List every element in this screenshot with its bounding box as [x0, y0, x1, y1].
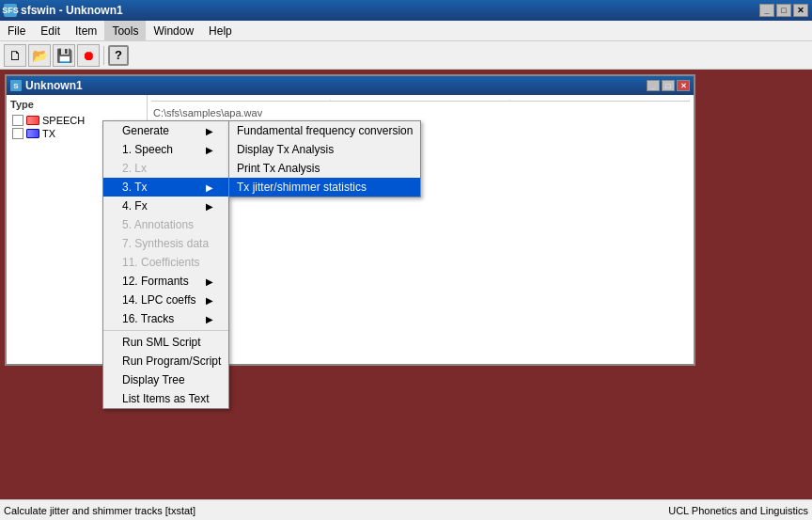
inner-window-title: Unknown1	[25, 79, 83, 92]
menu-help[interactable]: Help	[201, 21, 240, 41]
menu-item[interactable]: Item	[68, 21, 104, 41]
tools-formants[interactable]: 12. Formants ▶	[103, 272, 228, 291]
speech-arrow: ▶	[206, 145, 213, 155]
tx-icon	[26, 129, 39, 138]
tools-run-sml[interactable]: Run SML Script	[103, 333, 228, 352]
tools-tx[interactable]: 3. Tx ▶	[103, 178, 228, 197]
new-button[interactable]: 🗋	[4, 44, 26, 67]
tools-list-items[interactable]: List Items as Text	[103, 389, 228, 408]
tx-ff-conversion[interactable]: Fundamental frequency conversion	[229, 121, 420, 140]
tools-display-tree[interactable]: Display Tree	[103, 370, 228, 389]
speech-checkbox[interactable]	[12, 115, 23, 126]
tx-checkbox[interactable]	[12, 128, 23, 139]
col-2	[331, 99, 510, 101]
inner-maximize-button[interactable]: □	[662, 80, 675, 91]
tx-print-analysis[interactable]: Print Tx Analysis	[229, 159, 420, 178]
inner-title-controls: _ □ ✕	[647, 80, 690, 91]
inner-title-bar: S Unknown1 _ □ ✕	[7, 76, 694, 95]
title-bar-left: SFS sfswin - Unknown1	[4, 4, 123, 17]
file-path: C:\sfs\samples\apa.wav	[151, 105, 690, 120]
maximize-button[interactable]: □	[776, 4, 791, 17]
menu-file[interactable]: File	[0, 21, 33, 41]
tools-lpc-coeffs[interactable]: 14. LPC coeffs ▶	[103, 291, 228, 309]
status-bar: Calculate jitter and shimmer tracks [txs…	[0, 499, 812, 520]
tx-label: TX	[42, 128, 55, 139]
tools-coefficients: 11. Coefficients	[103, 253, 228, 272]
status-left: Calculate jitter and shimmer tracks [txs…	[4, 505, 195, 516]
save-button[interactable]: 💾	[53, 44, 75, 67]
speech-label: SPEECH	[42, 115, 85, 126]
menu-bar: File Edit Item Tools Window Help	[0, 21, 812, 41]
tools-tracks[interactable]: 16. Tracks ▶	[103, 309, 228, 328]
open-button[interactable]: 📂	[28, 44, 51, 67]
col-3	[510, 99, 690, 101]
tools-menu: Generate ▶ 1. Speech ▶ 2. Lx 3. Tx ▶ 4. …	[102, 120, 229, 409]
toolbar-separator	[103, 46, 104, 65]
inner-minimize-button[interactable]: _	[647, 80, 660, 91]
lpc-arrow: ▶	[206, 295, 213, 306]
main-area: S Unknown1 _ □ ✕ Type SPEECH TX	[0, 70, 812, 499]
tools-lx: 2. Lx	[103, 159, 228, 178]
generate-arrow: ▶	[206, 126, 213, 136]
inner-close-button[interactable]: ✕	[677, 80, 690, 91]
toolbar: 🗋 📂 💾 ⏺ ?	[0, 41, 812, 70]
tree-header: Type	[10, 99, 143, 110]
menu-separator-1	[103, 330, 228, 331]
tx-arrow: ▶	[206, 182, 213, 193]
tools-generate[interactable]: Generate ▶	[103, 121, 228, 140]
fx-arrow: ▶	[206, 201, 213, 212]
menu-edit[interactable]: Edit	[33, 21, 68, 41]
title-bar: SFS sfswin - Unknown1 _ □ ✕	[0, 0, 812, 21]
close-button[interactable]: ✕	[793, 4, 808, 17]
formants-arrow: ▶	[206, 276, 213, 287]
status-right: UCL Phonetics and Linguistics	[668, 505, 808, 516]
help-button[interactable]: ?	[108, 45, 129, 66]
tx-jitter-shimmer[interactable]: Tx jitter/shimmer statistics	[229, 178, 420, 197]
tools-fx[interactable]: 4. Fx ▶	[103, 197, 228, 215]
app-icon: SFS	[4, 4, 17, 17]
tools-run-program[interactable]: Run Program/Script	[103, 352, 228, 370]
tx-display-analysis[interactable]: Display Tx Analysis	[229, 140, 420, 159]
menu-tools[interactable]: Tools	[104, 21, 146, 41]
speech-icon	[26, 116, 39, 125]
tx-submenu: Fundamental frequency conversion Display…	[228, 120, 421, 197]
title-bar-controls: _ □ ✕	[759, 4, 808, 17]
menu-window[interactable]: Window	[146, 21, 201, 41]
data-header	[151, 99, 690, 102]
record-button[interactable]: ⏺	[77, 44, 100, 67]
inner-app-icon: S	[10, 80, 22, 91]
tools-annotations: 5. Annotations	[103, 215, 228, 234]
minimize-button[interactable]: _	[759, 4, 774, 17]
tools-synthesis-data: 7. Synthesis data	[103, 234, 228, 253]
tools-speech[interactable]: 1. Speech ▶	[103, 140, 228, 159]
col-1	[151, 99, 331, 101]
inner-title-left: S Unknown1	[10, 79, 83, 92]
tracks-arrow: ▶	[206, 314, 213, 324]
app-title: sfswin - Unknown1	[21, 4, 123, 17]
